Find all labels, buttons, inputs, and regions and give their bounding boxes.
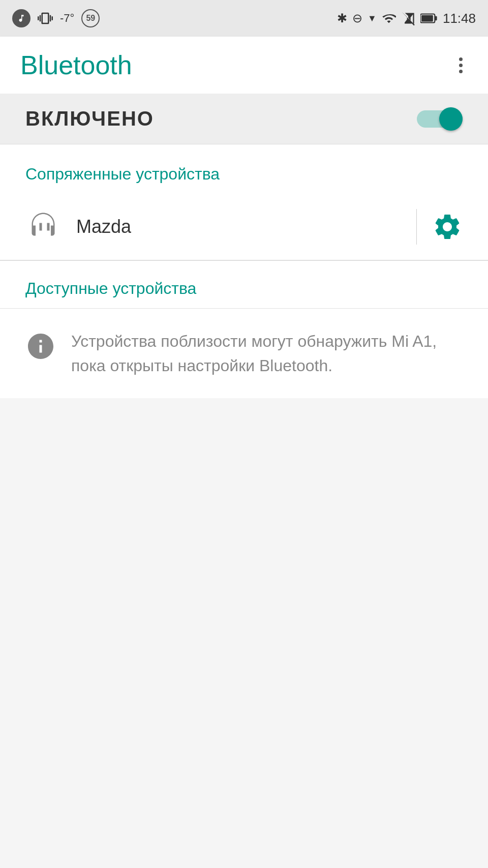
music-note-icon [12,9,30,27]
available-devices-title: Доступные устройства [25,279,196,297]
status-right-icons: ✱ ⊖ ▼ 11:48 [337,11,476,26]
bluetooth-toggle-row[interactable]: ВКЛЮЧЕНО [0,94,488,144]
paired-devices-title: Сопряженные устройства [25,165,220,183]
signal-icon [401,11,415,25]
available-devices-header: Доступные устройства [0,261,488,309]
empty-background [0,398,488,805]
info-text: Устройства поблизости могут обнаружить M… [71,329,463,378]
info-icon [25,331,56,362]
svg-rect-1 [435,16,437,21]
notification-badge: 59 [81,9,100,27]
page-title: Bluetooth [20,50,132,80]
app-bar: Bluetooth [0,37,488,94]
status-time: 11:48 [443,11,476,26]
down-arrow-icon: ▼ [368,13,377,24]
more-options-button[interactable] [454,52,468,78]
main-content: Сопряженные устройства Mazda Доступные у… [0,144,488,398]
info-row: Устройства поблизости могут обнаружить M… [0,309,488,398]
vibrate-icon [38,11,53,26]
bluetooth-toggle[interactable] [417,106,463,132]
toggle-label: ВКЛЮЧЕНО [25,107,154,130]
bluetooth-status-icon: ✱ [337,11,347,25]
vertical-divider [416,209,417,245]
headphone-icon [25,209,61,245]
device-name-mazda: Mazda [76,216,401,237]
dot-3 [459,70,463,73]
dot-2 [459,64,463,67]
status-left-icons: -7° 59 [12,9,100,27]
device-row-mazda[interactable]: Mazda [0,194,488,260]
battery-icon [420,12,438,24]
wifi-icon [382,11,396,25]
paired-devices-section-header: Сопряженные устройства [0,144,488,194]
toggle-thumb [439,107,463,131]
dnd-icon: ⊖ [352,11,362,25]
status-bar: -7° 59 ✱ ⊖ ▼ 11:48 [0,0,488,37]
available-devices-section: Доступные устройства Устройства поблизос… [0,261,488,398]
dot-1 [459,57,463,61]
temperature-text: -7° [60,12,74,25]
svg-rect-2 [421,15,433,22]
device-settings-button[interactable] [432,212,463,242]
